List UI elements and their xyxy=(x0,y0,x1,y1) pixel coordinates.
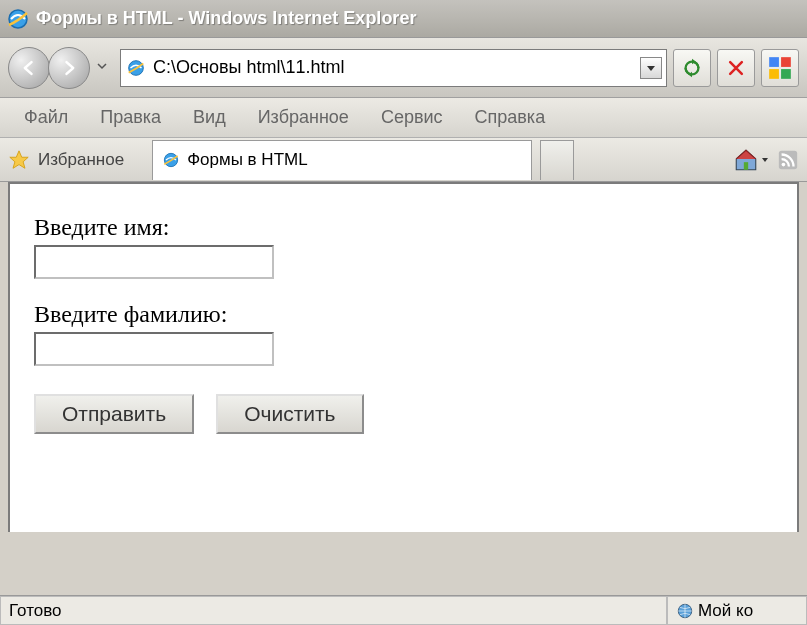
tab-page-icon xyxy=(161,150,181,170)
chevron-down-icon xyxy=(96,60,108,72)
page-content: Введите имя: Введите фамилию: Отправить … xyxy=(8,182,799,532)
chevron-down-icon xyxy=(645,62,657,74)
name-input[interactable] xyxy=(34,245,274,279)
favorites-bar: Избранное Формы в HTML xyxy=(0,138,807,182)
refresh-button[interactable] xyxy=(673,49,711,87)
favorites-label[interactable]: Избранное xyxy=(38,150,124,170)
home-button[interactable] xyxy=(733,147,769,173)
close-icon xyxy=(726,58,746,78)
globe-icon xyxy=(676,602,694,620)
nav-arrows xyxy=(8,47,114,89)
submit-button[interactable]: Отправить xyxy=(34,394,194,434)
status-ready: Готово xyxy=(0,596,667,625)
menu-help[interactable]: Справка xyxy=(461,101,560,134)
home-icon xyxy=(733,147,759,173)
navbar xyxy=(0,38,807,98)
address-dropdown[interactable] xyxy=(640,57,662,79)
menubar: Файл Правка Вид Избранное Сервис Справка xyxy=(0,98,807,138)
svg-point-9 xyxy=(782,162,786,166)
status-zone: Мой ко xyxy=(667,596,807,625)
arrow-right-icon xyxy=(59,58,79,78)
titlebar: Формы в HTML - Windows Internet Explorer xyxy=(0,0,807,38)
rss-icon[interactable] xyxy=(777,149,799,171)
active-tab[interactable]: Формы в HTML xyxy=(152,140,532,180)
status-text: Готово xyxy=(9,601,62,621)
menu-view[interactable]: Вид xyxy=(179,101,240,134)
zone-text: Мой ко xyxy=(698,601,753,621)
svg-rect-5 xyxy=(781,69,791,79)
back-button[interactable] xyxy=(8,47,50,89)
window-title: Формы в HTML - Windows Internet Explorer xyxy=(36,8,416,29)
surname-input[interactable] xyxy=(34,332,274,366)
menu-file[interactable]: Файл xyxy=(10,101,82,134)
forward-button[interactable] xyxy=(48,47,90,89)
new-tab-button[interactable] xyxy=(540,140,574,180)
statusbar: Готово Мой ко xyxy=(0,595,807,625)
button-row: Отправить Очистить xyxy=(34,394,773,434)
menu-favorites[interactable]: Избранное xyxy=(244,101,363,134)
command-bar xyxy=(733,147,799,173)
refresh-icon xyxy=(681,57,703,79)
url-input[interactable] xyxy=(153,57,634,78)
address-bar[interactable] xyxy=(120,49,667,87)
arrow-left-icon xyxy=(19,58,39,78)
tab-title: Формы в HTML xyxy=(187,150,308,170)
ie-logo-icon xyxy=(6,7,30,31)
surname-label: Введите фамилию: xyxy=(34,301,773,328)
page-icon xyxy=(125,57,147,79)
svg-rect-4 xyxy=(769,69,779,79)
svg-rect-8 xyxy=(779,150,797,168)
name-label: Введите имя: xyxy=(34,214,773,241)
menu-edit[interactable]: Правка xyxy=(86,101,175,134)
reset-button[interactable]: Очистить xyxy=(216,394,363,434)
google-icon xyxy=(767,55,793,81)
search-provider-button[interactable] xyxy=(761,49,799,87)
stop-button[interactable] xyxy=(717,49,755,87)
nav-history-dropdown[interactable] xyxy=(96,60,114,75)
svg-rect-2 xyxy=(769,57,779,67)
svg-rect-3 xyxy=(781,57,791,67)
menu-tools[interactable]: Сервис xyxy=(367,101,457,134)
star-icon[interactable] xyxy=(8,149,30,171)
svg-rect-7 xyxy=(744,162,748,170)
chevron-down-icon xyxy=(761,156,769,164)
